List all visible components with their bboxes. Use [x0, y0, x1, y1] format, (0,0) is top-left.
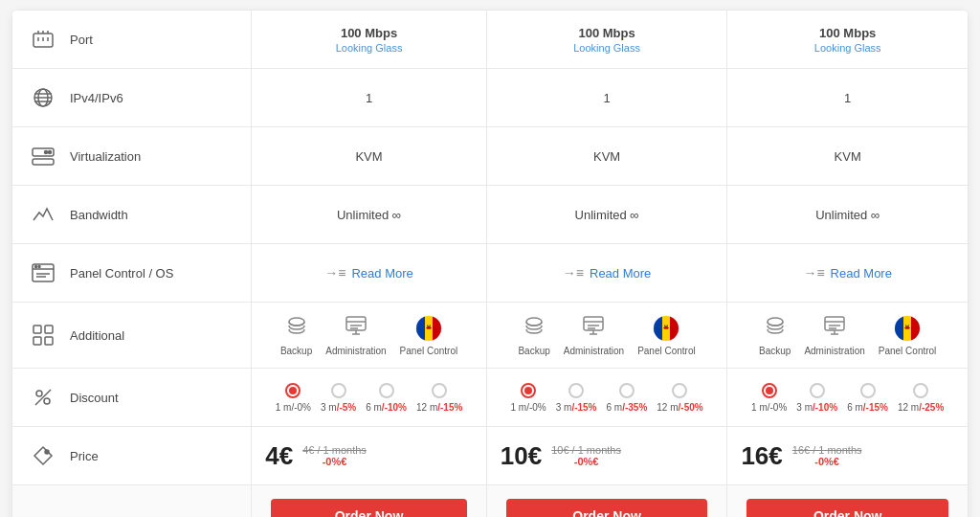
additional-value-col3: Backup Administration: [727, 303, 969, 369]
discount-option-col2-3[interactable]: 12 m/-50%: [657, 383, 702, 413]
addon-admin-col1: Administration: [325, 314, 386, 356]
discount-option-col3-0[interactable]: 1 m/-0%: [751, 383, 787, 413]
discount-option-col1-2[interactable]: 6 m/-10%: [366, 383, 407, 413]
virt-value-col1: KVM: [252, 127, 487, 186]
discount-option-col3-1[interactable]: 3 m/-10%: [796, 383, 837, 413]
addon-admin-col3: Administration: [804, 314, 864, 356]
discount-option-col1-3[interactable]: 12 m/-15%: [416, 383, 462, 413]
price-original-col2: 10€ / 1 months: [551, 444, 621, 456]
price-big-col1: 4€: [265, 441, 293, 471]
discount-option-col2-1[interactable]: 3 m/-15%: [556, 383, 597, 413]
price-big-col3: 16€: [741, 441, 782, 471]
discount-option-col2-2[interactable]: 6 m/-35%: [607, 383, 648, 413]
svg-point-74: [45, 450, 49, 454]
discount-cell-col3: 1 m/-0% 3 m/-10% 6 m/-15% 12 m/-: [727, 369, 969, 427]
addon-panel-col3: Panel Control: [879, 315, 937, 356]
looking-glass-link-col1[interactable]: Looking Glass: [265, 42, 473, 54]
looking-glass-link-col3[interactable]: Looking Glass: [741, 42, 954, 54]
svg-rect-67: [911, 316, 920, 341]
radio-col2-3[interactable]: [672, 383, 687, 398]
read-more-link-col1[interactable]: Read More: [351, 266, 412, 281]
radio-col3-3[interactable]: [913, 383, 928, 398]
feature-cell-price: Price: [12, 427, 252, 485]
discount-option-col3-2[interactable]: 6 m/-15%: [847, 383, 888, 413]
radio-col3-2[interactable]: [860, 383, 876, 398]
discount-label-col2-3: 12 m/-50%: [657, 402, 702, 413]
svg-point-14: [49, 151, 52, 154]
port-value-col3: 100 Mbps Looking Glass: [727, 11, 969, 69]
discount-label-col2-0: 1 m/-0%: [510, 402, 546, 413]
panel-value-col2: →≡ Read More: [486, 244, 727, 303]
feature-cell-discount: Discount: [12, 369, 252, 427]
virt-value-col3: KVM: [727, 127, 969, 186]
svg-point-72: [44, 398, 50, 404]
bandwidth-value-col3: Unlimited ∞: [727, 186, 969, 244]
ipv-value-col3: 1: [727, 69, 969, 127]
bandwidth-icon: [26, 197, 60, 232]
read-more-link-col3[interactable]: Read More: [831, 266, 892, 281]
read-more-link-col2[interactable]: Read More: [590, 266, 651, 281]
addon-backup-col3: Backup: [759, 314, 791, 356]
svg-rect-65: [895, 316, 903, 341]
radio-col1-2[interactable]: [379, 383, 394, 398]
feature-cell-ipv: IPv4/IPv6: [12, 69, 252, 127]
svg-point-69: [905, 322, 909, 326]
looking-glass-link-col2[interactable]: Looking Glass: [501, 42, 714, 54]
discount-label-col3-3: 12 m/-25%: [898, 402, 944, 413]
feature-label-bandwidth: Bandwidth: [70, 208, 128, 222]
arrow-icon-col1: →≡: [324, 265, 345, 281]
panel-value-col3: →≡ Read More: [727, 244, 969, 303]
discount-option-col2-0[interactable]: 1 m/-0%: [510, 383, 546, 413]
feature-cell-additional: Additional: [12, 303, 252, 369]
bandwidth-value-col2: Unlimited ∞: [486, 186, 727, 244]
order-btn-cell-col3: Order Now: [727, 485, 969, 518]
panel-icon: [26, 256, 60, 290]
radio-col3-1[interactable]: [810, 383, 825, 398]
feature-cell-bandwidth: Bandwidth: [12, 186, 252, 244]
feature-cell-panel: Panel Control / OS: [12, 244, 252, 303]
discount-option-col3-3[interactable]: 12 m/-25%: [898, 383, 944, 413]
order-button-col3[interactable]: Order Now: [746, 499, 948, 517]
feature-label-port: Port: [70, 33, 93, 47]
order-button-col2[interactable]: Order Now: [506, 499, 708, 517]
port-icon: [26, 22, 60, 56]
ipv-icon: [26, 80, 60, 115]
order-button-col1[interactable]: Order Now: [271, 499, 467, 517]
svg-point-71: [36, 391, 42, 396]
discount-label-col1-0: 1 m/-0%: [276, 402, 311, 413]
svg-rect-24: [33, 337, 41, 345]
radio-col2-0[interactable]: [521, 383, 536, 398]
discount-option-col1-0[interactable]: 1 m/-0%: [276, 383, 311, 413]
discount-label-col3-2: 6 m/-15%: [847, 402, 888, 413]
svg-rect-13: [33, 159, 54, 165]
bandwidth-value-col1: Unlimited ∞: [252, 186, 487, 244]
additional-value-col2: Backup Administration: [486, 303, 727, 369]
discount-label-col3-0: 1 m/-0%: [751, 402, 787, 413]
radio-col2-2[interactable]: [619, 383, 635, 398]
virt-value-col2: KVM: [486, 127, 727, 186]
price-icon: [26, 438, 60, 473]
feature-cell-virtualization: Virtualization: [12, 127, 252, 186]
arrow-icon-col3: →≡: [803, 265, 824, 281]
radio-col1-1[interactable]: [331, 383, 346, 398]
ipv-value-col2: 1: [486, 69, 727, 127]
discount-cell-col1: 1 m/-0% 3 m/-5% 6 m/-10% 12 m/-1: [252, 369, 487, 427]
price-big-col2: 10€: [501, 441, 542, 471]
feature-label-price: Price: [70, 449, 99, 463]
feature-label-ipv: IPv4/IPv6: [70, 91, 123, 105]
svg-rect-25: [45, 337, 53, 345]
price-discounted-col1: -0%€: [302, 456, 367, 467]
svg-rect-22: [33, 326, 41, 333]
radio-col3-0[interactable]: [762, 383, 777, 398]
price-cell-col1: 4€ 4€ / 1 months -0%€: [252, 427, 487, 485]
discount-option-col1-1[interactable]: 3 m/-5%: [321, 383, 356, 413]
radio-col1-0[interactable]: [285, 383, 301, 398]
price-cell-col3: 16€ 16€ / 1 months -0%€: [727, 427, 969, 485]
price-original-col1: 4€ / 1 months: [302, 444, 367, 456]
svg-rect-50: [654, 316, 662, 341]
discount-label-col1-2: 6 m/-10%: [366, 402, 407, 413]
radio-col2-1[interactable]: [568, 383, 584, 398]
order-label-cell: [12, 485, 252, 518]
radio-col1-3[interactable]: [432, 383, 447, 398]
feature-label-virtualization: Virtualization: [70, 149, 141, 164]
